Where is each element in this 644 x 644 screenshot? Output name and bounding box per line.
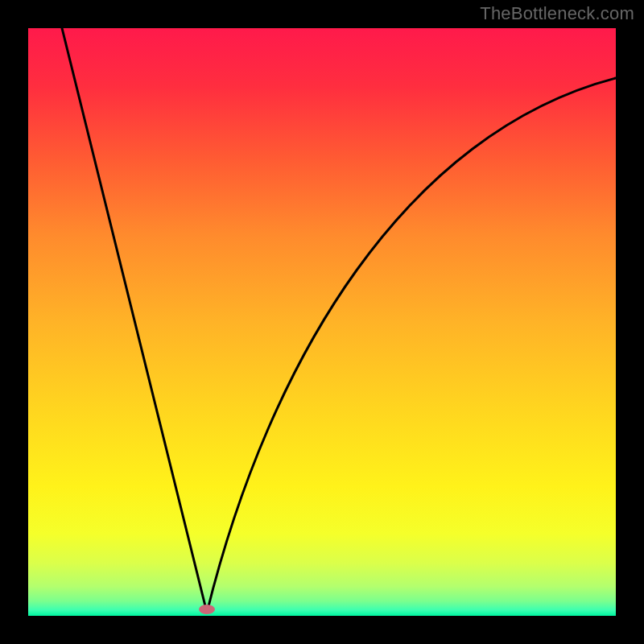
watermark-text: TheBottleneck.com [480, 3, 634, 24]
chart-svg [28, 28, 616, 616]
plot-area [28, 28, 616, 616]
chart-frame: { "watermark": "TheBottleneck.com", "gra… [0, 0, 644, 644]
minimum-marker [199, 605, 215, 614]
